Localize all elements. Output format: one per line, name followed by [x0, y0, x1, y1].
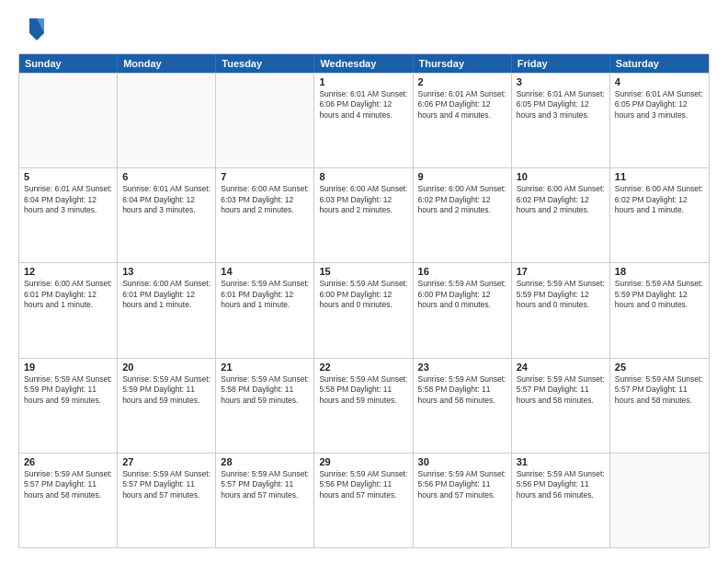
day-number: 4: [615, 76, 704, 87]
calendar: SundayMondayTuesdayWednesdayThursdayFrid…: [18, 53, 710, 548]
day-cell-9: 9Sunrise: 6:00 AM Sunset: 6:02 PM Daylig…: [414, 168, 512, 262]
day-content: Sunrise: 5:59 AM Sunset: 5:59 PM Dayligh…: [24, 374, 112, 406]
day-content: Sunrise: 5:59 AM Sunset: 5:57 PM Dayligh…: [24, 469, 112, 500]
day-content: Sunrise: 6:00 AM Sunset: 6:02 PM Dayligh…: [615, 184, 704, 215]
day-cell-7: 7Sunrise: 6:00 AM Sunset: 6:03 PM Daylig…: [216, 168, 314, 262]
day-number: 21: [221, 362, 309, 373]
day-cell-4: 4Sunrise: 6:01 AM Sunset: 6:05 PM Daylig…: [610, 74, 709, 167]
day-number: 26: [24, 456, 112, 467]
day-number: 24: [517, 362, 605, 373]
day-cell-6: 6Sunrise: 6:01 AM Sunset: 6:04 PM Daylig…: [118, 168, 216, 262]
day-header-saturday: Saturday: [610, 54, 709, 73]
week-row-3: 12Sunrise: 6:00 AM Sunset: 6:01 PM Dayli…: [19, 262, 709, 357]
day-cell-25: 25Sunrise: 5:59 AM Sunset: 5:57 PM Dayli…: [610, 359, 709, 453]
day-number: 20: [122, 362, 210, 373]
day-content: Sunrise: 5:59 AM Sunset: 5:59 PM Dayligh…: [517, 279, 605, 310]
day-content: Sunrise: 6:00 AM Sunset: 6:01 PM Dayligh…: [122, 279, 210, 310]
day-number: 13: [122, 266, 210, 277]
day-content: Sunrise: 6:00 AM Sunset: 6:02 PM Dayligh…: [418, 184, 506, 215]
day-number: 14: [221, 266, 309, 277]
day-content: Sunrise: 5:59 AM Sunset: 5:58 PM Dayligh…: [418, 374, 506, 406]
day-cell-30: 30Sunrise: 5:59 AM Sunset: 5:56 PM Dayli…: [414, 454, 512, 547]
day-content: Sunrise: 6:01 AM Sunset: 6:04 PM Dayligh…: [24, 184, 112, 215]
calendar-header: SundayMondayTuesdayWednesdayThursdayFrid…: [19, 54, 709, 73]
day-content: Sunrise: 5:59 AM Sunset: 6:00 PM Dayligh…: [418, 279, 506, 310]
day-cell-1: 1Sunrise: 6:01 AM Sunset: 6:06 PM Daylig…: [314, 74, 413, 167]
day-content: Sunrise: 6:00 AM Sunset: 6:01 PM Dayligh…: [24, 279, 112, 310]
day-header-sunday: Sunday: [19, 54, 118, 73]
day-cell-21: 21Sunrise: 5:59 AM Sunset: 5:58 PM Dayli…: [216, 359, 314, 453]
day-number: 19: [24, 362, 112, 373]
day-content: Sunrise: 5:59 AM Sunset: 5:56 PM Dayligh…: [319, 469, 407, 500]
day-number: 23: [418, 362, 506, 373]
day-number: 29: [319, 456, 407, 467]
day-cell-29: 29Sunrise: 5:59 AM Sunset: 5:56 PM Dayli…: [314, 454, 413, 547]
day-number: 16: [418, 266, 506, 277]
day-cell-28: 28Sunrise: 5:59 AM Sunset: 5:57 PM Dayli…: [216, 454, 314, 547]
day-content: Sunrise: 5:59 AM Sunset: 5:57 PM Dayligh…: [517, 374, 605, 406]
day-number: 25: [615, 362, 704, 373]
day-content: Sunrise: 5:59 AM Sunset: 5:57 PM Dayligh…: [122, 469, 210, 500]
day-cell-20: 20Sunrise: 5:59 AM Sunset: 5:59 PM Dayli…: [118, 359, 216, 453]
day-cell-10: 10Sunrise: 6:00 AM Sunset: 6:02 PM Dayli…: [512, 168, 610, 262]
day-header-thursday: Thursday: [414, 54, 512, 73]
day-content: Sunrise: 6:01 AM Sunset: 6:05 PM Dayligh…: [517, 89, 605, 121]
day-cell-24: 24Sunrise: 5:59 AM Sunset: 5:57 PM Dayli…: [512, 359, 610, 453]
day-cell-19: 19Sunrise: 5:59 AM Sunset: 5:59 PM Dayli…: [19, 359, 118, 453]
day-cell-3: 3Sunrise: 6:01 AM Sunset: 6:05 PM Daylig…: [512, 74, 610, 167]
header: [18, 15, 710, 44]
day-cell-2: 2Sunrise: 6:01 AM Sunset: 6:06 PM Daylig…: [414, 74, 512, 167]
day-cell-26: 26Sunrise: 5:59 AM Sunset: 5:57 PM Dayli…: [19, 454, 118, 547]
day-number: 7: [221, 171, 309, 182]
day-content: Sunrise: 5:59 AM Sunset: 5:59 PM Dayligh…: [122, 374, 210, 406]
day-content: Sunrise: 6:01 AM Sunset: 6:05 PM Dayligh…: [615, 89, 704, 121]
week-row-1: 1Sunrise: 6:01 AM Sunset: 6:06 PM Daylig…: [19, 73, 709, 167]
day-cell-18: 18Sunrise: 5:59 AM Sunset: 5:59 PM Dayli…: [610, 263, 709, 357]
day-cell-11: 11Sunrise: 6:00 AM Sunset: 6:02 PM Dayli…: [610, 168, 709, 262]
day-cell-27: 27Sunrise: 5:59 AM Sunset: 5:57 PM Dayli…: [118, 454, 216, 547]
day-cell-23: 23Sunrise: 5:59 AM Sunset: 5:58 PM Dayli…: [414, 359, 512, 453]
day-cell-8: 8Sunrise: 6:00 AM Sunset: 6:03 PM Daylig…: [314, 168, 413, 262]
day-number: 3: [517, 76, 605, 87]
logo: [18, 15, 51, 44]
day-content: Sunrise: 6:01 AM Sunset: 6:06 PM Dayligh…: [319, 89, 407, 121]
week-row-5: 26Sunrise: 5:59 AM Sunset: 5:57 PM Dayli…: [19, 453, 709, 547]
day-number: 2: [418, 76, 506, 87]
day-number: 9: [418, 171, 506, 182]
day-number: 12: [24, 266, 112, 277]
day-content: Sunrise: 5:59 AM Sunset: 5:56 PM Dayligh…: [517, 469, 605, 500]
week-row-4: 19Sunrise: 5:59 AM Sunset: 5:59 PM Dayli…: [19, 358, 709, 453]
day-number: 17: [517, 266, 605, 277]
day-cell-16: 16Sunrise: 5:59 AM Sunset: 6:00 PM Dayli…: [414, 263, 512, 357]
logo-icon: [18, 15, 48, 44]
empty-cell-0-2: [216, 74, 314, 167]
day-number: 8: [319, 171, 407, 182]
day-number: 22: [319, 362, 407, 373]
day-content: Sunrise: 5:59 AM Sunset: 5:57 PM Dayligh…: [221, 469, 309, 500]
day-content: Sunrise: 6:01 AM Sunset: 6:04 PM Dayligh…: [122, 184, 210, 215]
day-number: 1: [319, 76, 407, 87]
day-cell-22: 22Sunrise: 5:59 AM Sunset: 5:58 PM Dayli…: [314, 359, 413, 453]
day-number: 6: [122, 171, 210, 182]
day-cell-17: 17Sunrise: 5:59 AM Sunset: 5:59 PM Dayli…: [512, 263, 610, 357]
day-cell-15: 15Sunrise: 5:59 AM Sunset: 6:00 PM Dayli…: [314, 263, 413, 357]
day-content: Sunrise: 5:59 AM Sunset: 5:57 PM Dayligh…: [615, 374, 704, 406]
page: SundayMondayTuesdayWednesdayThursdayFrid…: [0, 0, 728, 563]
day-content: Sunrise: 5:59 AM Sunset: 5:56 PM Dayligh…: [418, 469, 506, 500]
day-number: 11: [615, 171, 704, 182]
day-number: 27: [122, 456, 210, 467]
week-row-2: 5Sunrise: 6:01 AM Sunset: 6:04 PM Daylig…: [19, 167, 709, 262]
day-cell-12: 12Sunrise: 6:00 AM Sunset: 6:01 PM Dayli…: [19, 263, 118, 357]
day-cell-13: 13Sunrise: 6:00 AM Sunset: 6:01 PM Dayli…: [118, 263, 216, 357]
day-content: Sunrise: 5:59 AM Sunset: 5:59 PM Dayligh…: [615, 279, 704, 310]
day-cell-14: 14Sunrise: 5:59 AM Sunset: 6:01 PM Dayli…: [216, 263, 314, 357]
day-header-wednesday: Wednesday: [314, 54, 413, 73]
day-number: 15: [319, 266, 407, 277]
day-content: Sunrise: 6:00 AM Sunset: 6:03 PM Dayligh…: [319, 184, 407, 215]
day-content: Sunrise: 6:00 AM Sunset: 6:03 PM Dayligh…: [221, 184, 309, 215]
day-cell-31: 31Sunrise: 5:59 AM Sunset: 5:56 PM Dayli…: [512, 454, 610, 547]
day-content: Sunrise: 5:59 AM Sunset: 5:58 PM Dayligh…: [221, 374, 309, 406]
calendar-body: 1Sunrise: 6:01 AM Sunset: 6:06 PM Daylig…: [19, 73, 709, 547]
day-content: Sunrise: 5:59 AM Sunset: 6:00 PM Dayligh…: [319, 279, 407, 310]
day-cell-5: 5Sunrise: 6:01 AM Sunset: 6:04 PM Daylig…: [19, 168, 118, 262]
